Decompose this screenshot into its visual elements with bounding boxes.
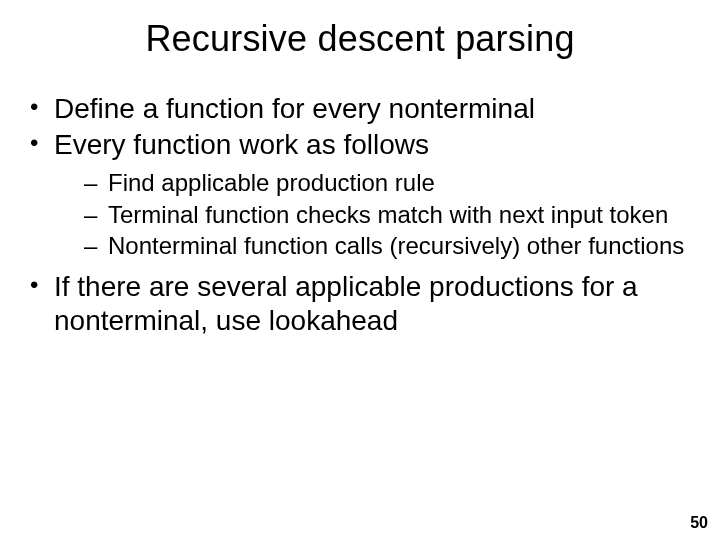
bullet-text: Every function work as follows — [54, 129, 429, 160]
bullet-item: Define a function for every nonterminal — [24, 92, 696, 126]
slide: Recursive descent parsing Define a funct… — [0, 0, 720, 540]
bullet-item: If there are several applicable producti… — [24, 270, 696, 338]
sub-bullet-item: Find applicable production rule — [54, 168, 696, 197]
sub-bullet-list: Find applicable production rule Terminal… — [54, 168, 696, 260]
slide-body: Define a function for every nonterminal … — [0, 68, 720, 338]
sub-bullet-item: Terminal function checks match with next… — [54, 200, 696, 229]
slide-title: Recursive descent parsing — [0, 0, 720, 68]
page-number: 50 — [690, 514, 708, 532]
sub-bullet-item: Nonterminal function calls (recursively)… — [54, 231, 696, 260]
bullet-list: Define a function for every nonterminal … — [24, 92, 696, 338]
bullet-item: Every function work as follows Find appl… — [24, 128, 696, 260]
